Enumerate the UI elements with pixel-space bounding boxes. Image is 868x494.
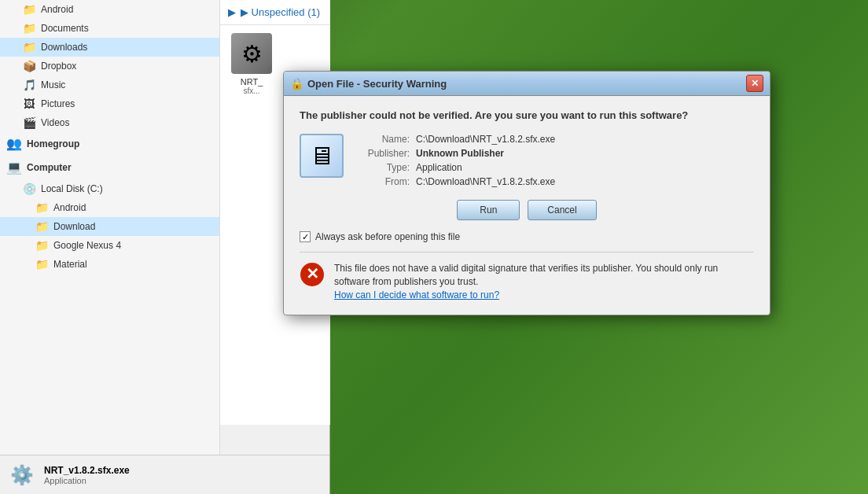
from-value: C:\Download\NRT_v1.8.2.sfx.exe: [416, 176, 555, 187]
dialog-titlebar: 🔒 Open File - Security Warning ✕: [284, 72, 770, 96]
from-label: From:: [355, 176, 410, 187]
dialog-close-button[interactable]: ✕: [746, 75, 763, 92]
cancel-button[interactable]: Cancel: [528, 200, 596, 220]
name-value: C:\Download\NRT_v1.8.2.sfx.exe: [416, 134, 555, 145]
dialog-file-info: 🖥 Name: C:\Download\NRT_v1.8.2.sfx.exe P…: [300, 134, 754, 187]
publisher-label: Publisher:: [355, 148, 410, 159]
file-detail-type: Type: Application: [355, 162, 555, 173]
name-label: Name:: [355, 134, 410, 145]
run-button[interactable]: Run: [457, 200, 520, 220]
dialog-checkbox-row[interactable]: ✓ Always ask before opening this file: [300, 231, 754, 253]
security-warning-text: This file does not have a valid digital …: [334, 262, 754, 301]
file-detail-publisher: Publisher: Unknown Publisher: [355, 148, 555, 159]
security-warning-dialog: 🔒 Open File - Security Warning ✕ The pub…: [283, 71, 771, 315]
file-icon-large: 🖥: [300, 134, 344, 178]
file-detail-name: Name: C:\Download\NRT_v1.8.2.sfx.exe: [355, 134, 555, 145]
security-help-link[interactable]: How can I decide what software to run?: [334, 289, 499, 300]
dialog-security-warning: ✕ This file does not have a valid digita…: [300, 262, 754, 301]
dialog-title-group: 🔒 Open File - Security Warning: [290, 77, 447, 90]
svg-text:✕: ✕: [306, 265, 319, 282]
shield-icon: 🔒: [290, 77, 303, 90]
dialog-warning-text: The publisher could not be verified. Are…: [300, 109, 754, 123]
file-detail-from: From: C:\Download\NRT_v1.8.2.sfx.exe: [355, 176, 555, 187]
publisher-value: Unknown Publisher: [416, 148, 504, 159]
dialog-buttons: Run Cancel: [300, 200, 754, 220]
checkbox-label: Always ask before opening this file: [315, 231, 460, 242]
dialog-title: Open File - Security Warning: [307, 78, 447, 90]
file-details: Name: C:\Download\NRT_v1.8.2.sfx.exe Pub…: [355, 134, 555, 187]
dialog-overlay: 🔒 Open File - Security Warning ✕ The pub…: [0, 0, 868, 494]
exe-icon: 🖥: [309, 142, 334, 171]
error-icon: ✕: [300, 262, 325, 287]
type-label: Type:: [355, 162, 410, 173]
always-ask-checkbox[interactable]: ✓: [300, 231, 311, 242]
dialog-body: The publisher could not be verified. Are…: [284, 96, 770, 315]
type-value: Application: [416, 162, 462, 173]
